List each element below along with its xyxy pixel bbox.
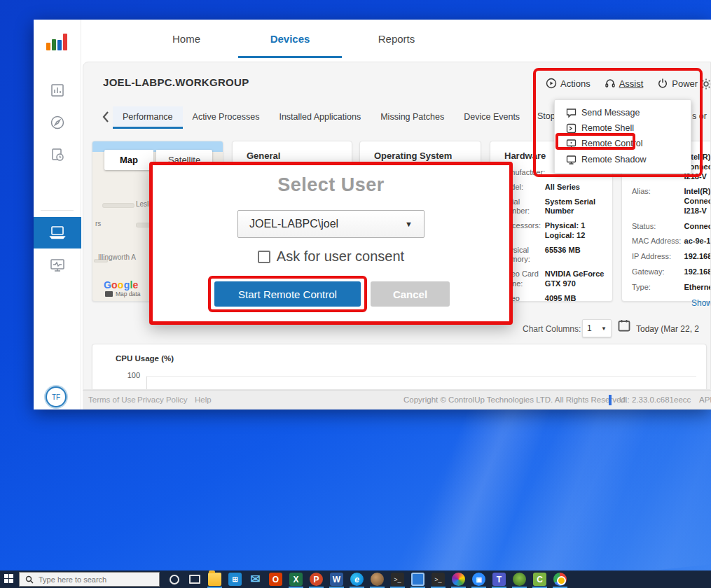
sidebar: TF xyxy=(34,20,81,410)
calendar-icon[interactable] xyxy=(617,318,631,332)
menu-item-remote-control[interactable]: Remote Control xyxy=(566,136,643,150)
api-version-text: API xyxy=(699,396,711,404)
chart-columns-label: Chart Columns: xyxy=(523,324,581,334)
word-icon[interactable]: W xyxy=(326,570,347,588)
network-row: Gateway:192.168. xyxy=(632,267,711,277)
consent-label: Ask for user consent xyxy=(277,248,404,265)
pinwheel-app-icon[interactable] xyxy=(448,570,469,588)
zoom-icon[interactable]: ▣ xyxy=(469,570,489,588)
general-card-title: General xyxy=(233,141,352,161)
map-data-attribution: Map data xyxy=(105,290,140,298)
cancel-button[interactable]: Cancel xyxy=(371,281,450,307)
tabs-scroll-left-icon[interactable] xyxy=(102,110,110,124)
page-title: JOEL-LABPC.WORKGROUP xyxy=(103,76,249,88)
nav-tab-reports[interactable]: Reports xyxy=(354,20,439,58)
user-avatar[interactable]: TF xyxy=(46,386,67,407)
sidebar-divider xyxy=(41,210,74,211)
cpu-y-axis xyxy=(146,376,147,390)
file-explorer-icon[interactable] xyxy=(205,570,225,588)
desktop: TF Home Devices Reports JOEL-LABPC.WORKG… xyxy=(0,0,711,588)
tab-device-events[interactable]: Device Events xyxy=(454,106,530,127)
microsoft-store-icon[interactable]: ⊞ xyxy=(225,570,245,588)
actions-button[interactable]: Actions xyxy=(546,78,591,89)
terms-of-use-link[interactable]: Terms of Use xyxy=(88,396,136,404)
search-input[interactable] xyxy=(39,575,144,584)
taskbar-icons: ⊞ ✉ O X P W e >_ >_ ▣ T C xyxy=(164,570,570,588)
command-prompt-icon[interactable]: >_ xyxy=(387,570,408,588)
edge-icon[interactable]: e xyxy=(347,570,367,588)
windows-taskbar: ⊞ ✉ O X P W e >_ >_ ▣ T C xyxy=(0,570,711,588)
nav-tab-home[interactable]: Home xyxy=(144,20,228,58)
hardware-row: Video Memory:4095 MB xyxy=(500,294,607,302)
chrome-icon[interactable] xyxy=(550,570,570,588)
privacy-policy-link[interactable]: Privacy Policy xyxy=(137,396,188,404)
cpu-gridline xyxy=(146,376,696,377)
network-row: IP Address:192.168. xyxy=(632,252,711,262)
terminal-icon xyxy=(566,123,577,134)
gear-icon[interactable] xyxy=(700,78,711,90)
laptop-icon xyxy=(49,225,66,240)
consent-checkbox[interactable] xyxy=(258,251,270,263)
office-icon[interactable]: O xyxy=(265,570,286,588)
keyboard-icon xyxy=(105,291,113,297)
menu-item-remote-shadow[interactable]: Remote Shadow xyxy=(566,153,646,167)
chart-columns-select[interactable]: 1 ▼ xyxy=(582,319,612,337)
powerpoint-icon[interactable]: P xyxy=(306,570,326,588)
green-app-icon[interactable] xyxy=(509,570,530,588)
user-select[interactable]: JOEL-LABPC\joel ▼ xyxy=(237,210,424,238)
tab-active-processes[interactable]: Active Processes xyxy=(183,106,270,127)
google-logo: Google xyxy=(104,279,138,290)
command-prompt-icon-2[interactable]: >_ xyxy=(428,570,448,588)
dialog-title: Select User xyxy=(153,174,509,196)
ui-version-text: UI: 2.33.0.c681eecc xyxy=(619,396,691,404)
menu-item-remote-shell[interactable]: Remote Shell xyxy=(566,121,634,135)
speech-bubble-icon xyxy=(566,108,577,118)
tab-fragment-stopped: Stop xyxy=(537,111,555,121)
teams-icon[interactable]: T xyxy=(489,570,509,588)
tab-performance[interactable]: Performance xyxy=(113,106,183,127)
cortana-icon[interactable] xyxy=(164,570,184,588)
assist-button[interactable]: Assist xyxy=(605,78,644,89)
tab-installed-applications[interactable]: Installed Applications xyxy=(269,106,371,127)
taskbar-search[interactable] xyxy=(19,572,160,587)
power-icon xyxy=(657,78,668,89)
network-row: Status:Connected xyxy=(632,222,711,232)
hardware-row: Physical Memory:65536 MB xyxy=(500,246,607,265)
date-range-label[interactable]: Today (Mar 22, 2 xyxy=(636,324,699,334)
network-row: MAC Address:ac-9e-17-3d-c5 xyxy=(632,237,711,246)
camtasia-icon[interactable]: C xyxy=(530,570,550,588)
help-link[interactable]: Help xyxy=(195,396,212,404)
power-button[interactable]: Power xyxy=(657,78,698,89)
consent-row: Ask for user consent xyxy=(153,248,509,265)
monitor-icon xyxy=(566,139,577,149)
compass-icon[interactable] xyxy=(50,115,65,130)
bar-chart-icon[interactable] xyxy=(50,83,65,98)
monitor-metrics-icon[interactable] xyxy=(50,258,65,273)
network-row: Type:Ethernet Intel(R) xyxy=(632,283,711,293)
mail-icon[interactable]: ✉ xyxy=(245,570,265,588)
selected-user-value: JOEL-LABPC\joel xyxy=(249,218,338,230)
chevron-down-icon: ▼ xyxy=(601,326,607,332)
network-row: Alias:Intel(R) Ethernet Connection I218-… xyxy=(632,187,711,216)
cpu-y-axis-tick: 100 xyxy=(120,371,140,379)
sidebar-item-devices[interactable] xyxy=(34,217,81,248)
power-label: Power xyxy=(672,78,698,89)
browser-icon[interactable] xyxy=(367,570,387,588)
hardware-row: Serial Number:System Serial Number xyxy=(500,197,607,217)
hardware-row: Processors:Physical: 1 Logical: 12 xyxy=(500,221,607,241)
tab-missing-patches[interactable]: Missing Patches xyxy=(371,106,454,127)
map-road xyxy=(102,203,134,208)
show-more-link[interactable]: Show xyxy=(691,298,711,308)
cpu-usage-chart-card: CPU Usage (%) 100 xyxy=(92,344,707,390)
nav-tab-devices[interactable]: Devices xyxy=(238,20,342,58)
map-view-button[interactable]: Map xyxy=(104,150,153,170)
menu-item-send-message[interactable]: Send Message xyxy=(566,106,640,120)
remote-desktop-icon[interactable] xyxy=(408,570,428,588)
monitor-icon xyxy=(566,155,577,165)
start-remote-control-button[interactable]: Start Remote Control xyxy=(214,281,361,307)
text-cursor xyxy=(609,395,612,405)
scheduled-report-icon[interactable] xyxy=(50,147,65,162)
task-view-icon[interactable] xyxy=(184,570,205,588)
excel-icon[interactable]: X xyxy=(286,570,306,588)
start-button[interactable] xyxy=(4,574,15,584)
